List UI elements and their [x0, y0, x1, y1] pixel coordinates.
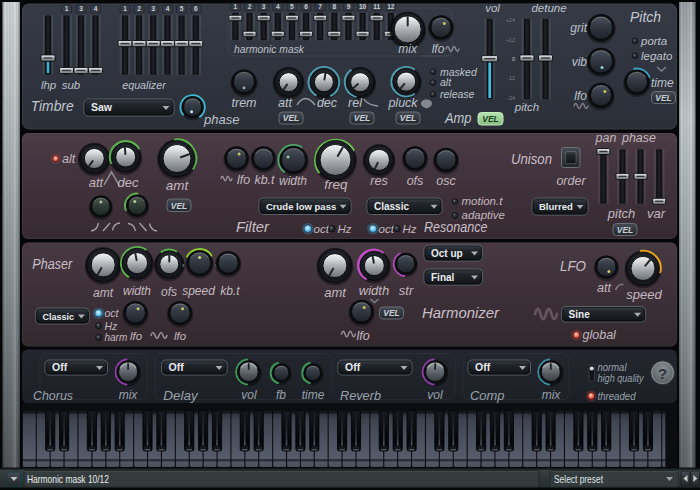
svg-text:lfo: lfo: [130, 330, 143, 342]
svg-text:vol: vol: [241, 388, 257, 402]
svg-text:lfo: lfo: [174, 330, 187, 342]
svg-text:kb.t: kb.t: [254, 173, 275, 187]
svg-text:freq: freq: [324, 177, 348, 192]
svg-text:threaded: threaded: [598, 390, 637, 402]
svg-text:5: 5: [290, 3, 294, 10]
svg-text:+24: +24: [506, 17, 515, 23]
svg-text:phase: phase: [203, 112, 239, 127]
svg-text:att: att: [278, 96, 292, 110]
svg-text:Reverb: Reverb: [340, 388, 381, 403]
svg-text:Off: Off: [345, 361, 361, 373]
svg-text:-24: -24: [507, 95, 515, 101]
svg-text:lfo: lfo: [432, 42, 445, 56]
svg-text:4: 4: [276, 3, 280, 10]
svg-text:Classic: Classic: [374, 201, 409, 212]
svg-text:time: time: [651, 76, 674, 90]
svg-text:oct: oct: [314, 223, 330, 235]
svg-text:grit: grit: [570, 21, 587, 35]
svg-text:lfo: lfo: [237, 173, 250, 187]
svg-text:pan: pan: [595, 131, 617, 145]
svg-text:8: 8: [332, 3, 336, 10]
svg-text:detune: detune: [531, 2, 566, 14]
svg-text:3: 3: [79, 5, 83, 12]
svg-text:amt: amt: [166, 178, 190, 193]
svg-text:Comp: Comp: [470, 388, 505, 403]
svg-text:amt: amt: [93, 286, 114, 300]
svg-text:VEL: VEL: [482, 114, 499, 124]
svg-text:lfo: lfo: [356, 329, 369, 343]
svg-text:Pitch: Pitch: [630, 9, 661, 25]
svg-text:legato: legato: [641, 50, 673, 62]
svg-text:10: 10: [359, 3, 367, 10]
svg-text:pitch: pitch: [514, 101, 539, 113]
svg-text:equalizer: equalizer: [122, 79, 167, 91]
svg-text:dec: dec: [317, 96, 338, 110]
svg-text:Hz: Hz: [403, 223, 417, 235]
svg-text:mix: mix: [398, 42, 418, 56]
svg-text:Chorus: Chorus: [33, 388, 73, 403]
svg-text:2: 2: [248, 3, 252, 10]
svg-text:+12: +12: [506, 37, 515, 43]
svg-text:VEL: VEL: [617, 225, 634, 235]
svg-text:Blurred: Blurred: [539, 201, 573, 212]
svg-text:7: 7: [318, 3, 322, 10]
svg-text:Final: Final: [431, 272, 455, 283]
svg-text:12: 12: [387, 3, 395, 10]
svg-text:mix: mix: [542, 388, 562, 402]
svg-text:9: 9: [347, 3, 351, 10]
svg-text:width: width: [279, 174, 307, 188]
svg-text:harmonic mask: harmonic mask: [234, 43, 305, 55]
svg-text:VEL: VEL: [354, 113, 371, 123]
svg-text:vib: vib: [572, 55, 588, 69]
svg-text:speed: speed: [182, 284, 215, 298]
svg-text:global: global: [583, 328, 618, 342]
svg-text:LFO: LFO: [560, 258, 586, 274]
svg-text:kb.t: kb.t: [220, 284, 240, 298]
svg-text:Delay: Delay: [163, 388, 199, 403]
svg-text:Hz: Hz: [105, 320, 119, 332]
svg-text:VEL: VEL: [171, 201, 188, 211]
svg-text:harm: harm: [105, 332, 128, 343]
svg-text:VEL: VEL: [283, 113, 300, 123]
svg-text:release: release: [440, 88, 475, 100]
svg-text:VEL: VEL: [400, 113, 417, 123]
svg-text:Saw: Saw: [91, 101, 113, 113]
svg-text:width: width: [359, 283, 389, 298]
svg-text:oct: oct: [105, 307, 120, 319]
svg-text:lfo: lfo: [574, 89, 587, 103]
svg-text:high quality: high quality: [598, 372, 645, 384]
svg-text:0: 0: [512, 56, 515, 62]
svg-text:fb: fb: [276, 388, 286, 402]
svg-text:pitch: pitch: [607, 206, 635, 221]
svg-text:Hz: Hz: [338, 223, 352, 235]
svg-text:Phaser: Phaser: [32, 256, 73, 272]
svg-text:str: str: [399, 283, 414, 298]
svg-text:oct: oct: [379, 223, 395, 235]
svg-text:1: 1: [65, 5, 69, 12]
svg-text:time: time: [302, 388, 325, 402]
svg-text:speed: speed: [626, 287, 662, 302]
svg-text:rel: rel: [348, 96, 363, 110]
svg-text:1: 1: [123, 5, 127, 12]
svg-text:11: 11: [373, 3, 380, 10]
svg-text:lhp: lhp: [41, 79, 57, 91]
svg-text:vol: vol: [485, 2, 500, 14]
svg-text:osc: osc: [436, 174, 456, 188]
svg-text:4: 4: [94, 5, 98, 12]
svg-text:1: 1: [234, 3, 238, 10]
svg-text:Harmonic mask 10/12: Harmonic mask 10/12: [27, 473, 109, 485]
svg-text:3: 3: [262, 3, 266, 10]
svg-text:Classic: Classic: [42, 312, 74, 322]
svg-text:4: 4: [166, 5, 170, 12]
svg-text:vol: vol: [427, 388, 443, 402]
svg-text:Select preset: Select preset: [554, 473, 603, 485]
svg-text:res: res: [370, 174, 387, 188]
svg-text:Resonance: Resonance: [424, 219, 488, 235]
svg-text:Unison: Unison: [511, 151, 552, 167]
svg-text:Amp: Amp: [444, 110, 472, 126]
svg-text:amt: amt: [324, 285, 347, 300]
svg-text:Filter: Filter: [236, 219, 270, 235]
svg-text:order: order: [556, 174, 586, 188]
svg-text:att: att: [89, 175, 105, 190]
svg-text:ofs: ofs: [407, 174, 424, 188]
